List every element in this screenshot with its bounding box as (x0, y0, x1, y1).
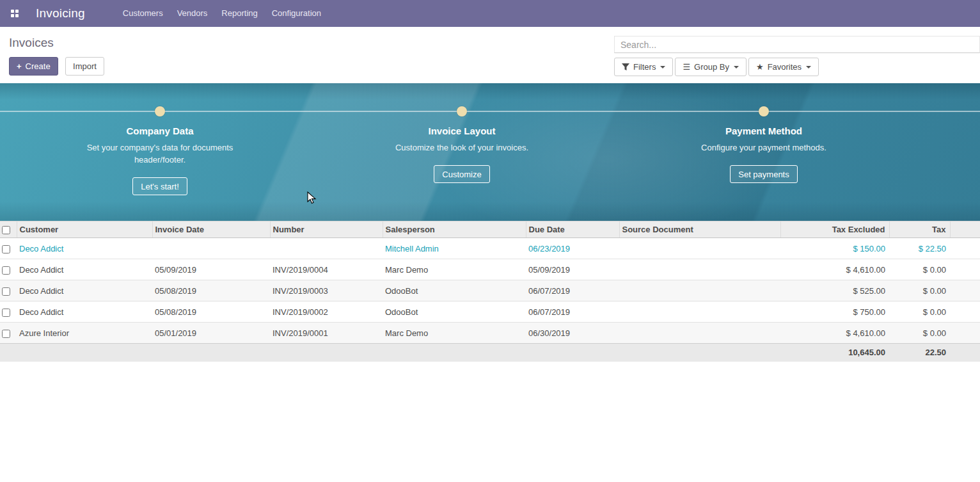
cell-invoice-date: 05/01/2019 (152, 323, 270, 344)
menu-vendors[interactable]: Vendors (170, 0, 215, 27)
row-checkbox[interactable] (2, 330, 10, 338)
app-title[interactable]: Invoicing (36, 6, 85, 20)
table-row[interactable]: Deco Addict 05/08/2019 INV/2019/0002 Odo… (0, 301, 980, 323)
cell-customer: Azure Interior (17, 323, 152, 344)
cell-source-document (619, 238, 780, 259)
column-header-salesperson[interactable]: Salesperson (383, 221, 526, 238)
onboarding-step-payment-method: Payment Method Configure your payment me… (613, 125, 915, 183)
row-checkbox[interactable] (2, 245, 10, 253)
cell-tax: $ 0.00 (889, 323, 950, 344)
favorites-label: Favorites (768, 62, 802, 72)
cell-invoice-date: 05/09/2019 (152, 259, 270, 280)
group-by-bars-icon: ☰ (683, 62, 690, 72)
cell-invoice-date (152, 238, 270, 259)
cell-tax: $ 0.00 (889, 280, 950, 301)
set-payments-button[interactable]: Set payments (730, 165, 798, 183)
select-all-cell (0, 221, 17, 238)
menu-customers[interactable]: Customers (116, 0, 170, 27)
import-button-label: Import (73, 61, 97, 71)
table-row[interactable]: Deco Addict 05/08/2019 INV/2019/0003 Odo… (0, 280, 980, 301)
create-button[interactable]: + Create (9, 57, 58, 76)
cell-spacer (950, 238, 980, 259)
onboarding-banner: Company Data Set your company's data for… (0, 83, 980, 221)
cell-spacer (950, 301, 980, 323)
total-tax: 22.50 (889, 344, 950, 362)
column-header-customer[interactable]: Customer (17, 221, 152, 238)
menu-reporting[interactable]: Reporting (214, 0, 264, 27)
column-header-source-document[interactable]: Source Document (619, 221, 780, 238)
row-checkbox[interactable] (2, 287, 10, 296)
cell-salesperson: Mitchell Admin (383, 238, 526, 259)
star-icon: ★ (756, 62, 764, 72)
step-description: Customize the look of your invoices. (388, 141, 535, 154)
cell-tax-excluded: $ 4,610.00 (780, 259, 889, 280)
search-input[interactable] (614, 36, 980, 53)
cell-source-document (619, 259, 780, 280)
cell-tax: $ 0.00 (889, 301, 950, 323)
filters-label: Filters (633, 62, 656, 72)
cell-number: INV/2019/0004 (270, 259, 383, 280)
total-tax-excluded: 10,645.00 (780, 344, 889, 362)
filter-funnel-icon (622, 63, 629, 71)
cell-customer: Deco Addict (17, 238, 152, 259)
menu-configuration[interactable]: Configuration (265, 0, 328, 27)
group-by-button[interactable]: ☰ Group By (675, 58, 747, 76)
cell-customer: Deco Addict (17, 280, 152, 301)
create-button-label: Create (26, 61, 51, 71)
step-description: Configure your payment methods. (690, 141, 837, 154)
column-header-invoice-date[interactable]: Invoice Date (152, 221, 270, 238)
step-dot (457, 106, 467, 116)
select-all-checkbox[interactable] (2, 226, 10, 234)
cell-customer: Deco Addict (17, 259, 152, 280)
cell-invoice-date: 05/08/2019 (152, 280, 270, 301)
cell-tax: $ 22.50 (889, 238, 950, 259)
column-header-tax-excluded[interactable]: Tax Excluded (780, 221, 889, 238)
table-row[interactable]: Azure Interior 05/01/2019 INV/2019/0001 … (0, 323, 980, 344)
import-button[interactable]: Import (65, 57, 104, 76)
cell-due-date: 06/07/2019 (526, 280, 619, 301)
cell-tax-excluded: $ 525.00 (780, 280, 889, 301)
invoice-table: Customer Invoice Date Number Salesperson… (0, 221, 980, 362)
cell-number: INV/2019/0002 (270, 301, 383, 323)
column-header-due-date[interactable]: Due Date (526, 221, 619, 238)
plus-icon: + (17, 61, 22, 71)
cell-tax-excluded: $ 750.00 (780, 301, 889, 323)
cell-due-date: 06/30/2019 (526, 323, 619, 344)
cell-due-date: 06/23/2019 (526, 238, 619, 259)
row-checkbox-cell (0, 280, 17, 301)
step-title: Company Data (9, 125, 311, 136)
search-options: Filters ☰ Group By ★ Favorites (614, 58, 980, 76)
onboarding-step-company-data: Company Data Set your company's data for… (9, 125, 311, 195)
favorites-button[interactable]: ★ Favorites (748, 58, 819, 76)
row-checkbox-cell (0, 238, 17, 259)
cell-source-document (619, 280, 780, 301)
cell-due-date: 05/09/2019 (526, 259, 619, 280)
table-row[interactable]: Deco Addict Mitchell Admin 06/23/2019 $ … (0, 238, 980, 259)
customize-button[interactable]: Customize (434, 165, 489, 183)
cell-number: INV/2019/0003 (270, 280, 383, 301)
cell-number (270, 238, 383, 259)
cell-spacer (950, 280, 980, 301)
row-checkbox[interactable] (2, 266, 10, 275)
cell-tax: $ 0.00 (889, 259, 950, 280)
step-title: Payment Method (613, 125, 915, 136)
row-checkbox[interactable] (2, 309, 10, 317)
chevron-down-icon (806, 66, 811, 68)
chevron-down-icon (660, 66, 665, 68)
cell-customer: Deco Addict (17, 301, 152, 323)
apps-grid-icon (11, 10, 19, 17)
cell-source-document (619, 301, 780, 323)
step-title: Invoice Layout (311, 125, 613, 136)
control-panel: Invoices + Create Import Filters ☰ Group… (0, 27, 980, 83)
apps-menu-button[interactable] (6, 0, 23, 27)
group-by-label: Group By (694, 62, 729, 72)
filters-button[interactable]: Filters (614, 58, 673, 76)
column-header-tax[interactable]: Tax (889, 221, 950, 238)
totals-row: 10,645.00 22.50 (0, 344, 980, 362)
column-header-number[interactable]: Number (270, 221, 383, 238)
lets-start-button[interactable]: Let's start! (132, 177, 187, 195)
cell-salesperson: OdooBot (383, 280, 526, 301)
row-checkbox-cell (0, 323, 17, 344)
table-row[interactable]: Deco Addict 05/09/2019 INV/2019/0004 Mar… (0, 259, 980, 280)
cell-salesperson: Marc Demo (383, 259, 526, 280)
